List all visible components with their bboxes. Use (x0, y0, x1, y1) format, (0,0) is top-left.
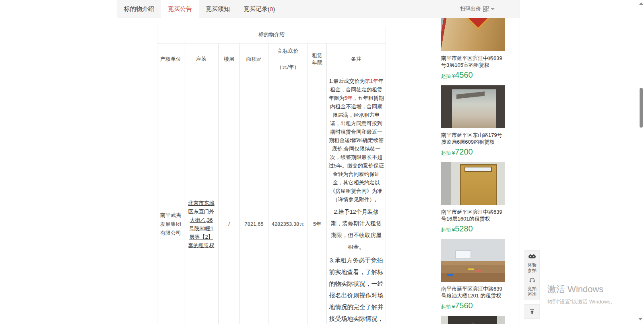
lot-detail-table: 标的物介绍 产权单位 座落 楼层 面积㎡ 竞标底价 （元/年） 租赁 年限 备注… (157, 26, 386, 324)
cell-floor: / (219, 75, 240, 324)
listing-title: 南平市延平区东山路179号质监局6层609的租赁权 (441, 132, 505, 145)
tab-label: 竞买公告 (168, 5, 192, 13)
floating-toolbar: 体验参拍竞拍咨询 (524, 250, 540, 319)
dark-door-partial-image (441, 316, 505, 324)
location-link[interactable]: 北京市东城区东直门外大街乙,36号院30幢1层等【2】套的租赁权 (188, 200, 215, 248)
col-header-lease-term: 租赁 年限 (308, 43, 327, 75)
listing-item[interactable]: 南平市延平区东山路179号质监局6层609的租赁权起拍¥7200 (441, 85, 505, 157)
listing-title: 南平市延平区滨江中路639号16层1601的租赁权 (441, 208, 505, 222)
listing-price: 起拍¥7560 (441, 301, 505, 311)
empty-room-image (441, 239, 505, 282)
tab-2[interactable]: 竞买公告 (161, 0, 199, 18)
listing-item[interactable]: 南平市延平区滨江中路639号16层1601的租赁权起拍¥5280 (441, 162, 505, 234)
cell-location: 北京市东城区东直门外大街乙,36号院30幢1层等【2】套的租赁权 (184, 75, 219, 324)
listing-price: 起拍¥7200 (441, 147, 505, 157)
float-tool-label: 竞拍咨询 (527, 286, 537, 297)
back-to-top-button[interactable] (524, 304, 540, 319)
content-card: 标的物介绍竞买公告竞买须知竞买记录 ( 0 ) 扫码出价 标的物介绍 产权单位 … (117, 0, 520, 324)
scrollbar-thumb[interactable] (640, 88, 643, 128)
remark-text: ，五年租赁期内租金不递增，合同期限届满，经承租方申请，出租方同意可按到期时租赁合… (328, 95, 384, 202)
cell-remarks: 1.最后成交价为第1年年租金，合同签定的租赁年限为5年，五年租赁期内租金不递增，… (327, 75, 386, 324)
experience-bid-button[interactable]: 体验参拍 (527, 254, 537, 273)
scan-to-bid-button[interactable]: 扫码出价 (460, 0, 495, 18)
col-header-remarks: 备注 (327, 43, 386, 75)
dark-doorway-room-image (441, 85, 505, 128)
remark-paragraph: 3.承租方务必于竞拍前实地查看，了解标的物实际状况，一经报名出价则视作对场地情况… (328, 254, 384, 324)
lease-term-line1: 租赁 (308, 52, 326, 59)
float-tool-label: 体验参拍 (527, 262, 537, 273)
remarks-content: 1.最后成交价为第1年年租金，合同签定的租赁年限为5年，五年租赁期内租金不递增，… (328, 77, 384, 324)
price-value: 7200 (455, 147, 473, 156)
chevron-down-icon (491, 8, 495, 12)
scrollbar-down-arrow[interactable] (638, 318, 642, 320)
cell-lease-term: 5年 (308, 75, 327, 324)
tab-bar: 标的物介绍竞买公告竞买须知竞买记录 ( 0 ) (117, 0, 520, 18)
windows-activation-watermark: 激活 Windows 转到"设置"以激活 Windows。 (547, 283, 616, 305)
remark-text: 1.最后成交价为 (329, 78, 365, 84)
listing-price: 起拍¥5280 (441, 224, 505, 234)
remark-text: 2.给予12个月装修期，装修期计入租赁期限，但不收取房屋租金。 (331, 208, 382, 250)
auction-consult-button[interactable]: 竞拍咨询 (527, 277, 537, 297)
gamepad-icon (528, 254, 536, 261)
tab-label: 标的物介绍 (124, 5, 154, 13)
col-header-base-price: 竞标底价 （元/年） (268, 43, 308, 75)
tab-1[interactable]: 标的物介绍 (117, 0, 161, 18)
scrollbar-up-arrow[interactable] (639, 2, 643, 5)
remark-text: 5年 (344, 95, 352, 101)
listing-title: 南平市延平区滨江中路639号3层105室的租赁权 (441, 55, 505, 68)
listing-title: 南平市延平区滨江中路639号粮油大楼1201 的租赁权 (441, 285, 505, 299)
float-tool-box: 体验参拍竞拍咨询 (524, 250, 540, 300)
cell-owner: 南平武夷发展集团有限公司 (157, 75, 184, 324)
remark-paragraph: 1.最后成交价为第1年年租金，合同签定的租赁年限为5年，五年租赁期内租金不递增，… (328, 77, 384, 204)
remark-text: 第1年 (365, 78, 378, 84)
tab-label: 竞买记录 (244, 5, 268, 13)
tab-list: 标的物介绍竞买公告竞买须知竞买记录 ( 0 ) (117, 0, 282, 18)
col-header-location: 座落 (184, 43, 219, 75)
headset-icon (529, 277, 535, 285)
tab-label: 竞买须知 (206, 5, 230, 13)
price-value: 4560 (455, 70, 473, 79)
cell-area: 7821.65 (240, 75, 268, 324)
listing-item[interactable] (441, 316, 505, 324)
back-to-top-icon (529, 308, 535, 315)
qr-code-icon (483, 6, 489, 12)
tab-count: 0 (270, 6, 273, 12)
col-header-area: 面积㎡ (240, 43, 268, 75)
tab-3[interactable]: 竞买须知 (199, 0, 237, 18)
watermark-title: 激活 Windows (547, 283, 616, 295)
lease-term-line2: 年限 (308, 59, 326, 66)
price-value: 7560 (455, 301, 473, 310)
starting-price-label: 起拍 (441, 73, 451, 79)
listing-item[interactable]: 南平市延平区滨江中路639号粮油大楼1201 的租赁权起拍¥7560 (441, 239, 505, 311)
col-header-floor: 楼层 (219, 43, 240, 75)
listing-item[interactable]: 南平市延平区滨江中路639号3层105室的租赁权起拍¥4560 (441, 8, 505, 80)
scan-to-bid-label: 扫码出价 (460, 5, 481, 12)
base-price-title: 竞标底价 (268, 43, 308, 59)
watermark-subtitle: 转到"设置"以激活 Windows。 (547, 298, 616, 305)
cell-base-price: 4282353.38元 (268, 75, 308, 324)
listing-price: 起拍¥4560 (441, 70, 505, 80)
remark-text: 3.承租方务必于竞拍前实地查看，了解标的物实际状况，一经报名出价则视作对场地情况… (329, 257, 384, 324)
base-price-unit: （元/年） (268, 59, 308, 75)
starting-price-label: 起拍 (441, 150, 451, 156)
table-title: 标的物介绍 (157, 26, 386, 43)
tab-count-close: ) (273, 6, 275, 12)
related-listings: 南平市延平区滨江中路639号3层105室的租赁权起拍¥4560南平市延平区东山路… (441, 8, 505, 324)
starting-price-label: 起拍 (441, 304, 451, 310)
starting-price-label: 起拍 (441, 227, 451, 233)
tab-4[interactable]: 竞买记录 ( 0 ) (237, 0, 282, 18)
col-header-owner: 产权单位 (157, 43, 184, 75)
yellow-door-transom-image (441, 162, 505, 205)
price-value: 5280 (455, 224, 473, 233)
remark-paragraph: 2.给予12个月装修期，装修期计入租赁期限，但不收取房屋租金。 (328, 206, 384, 253)
